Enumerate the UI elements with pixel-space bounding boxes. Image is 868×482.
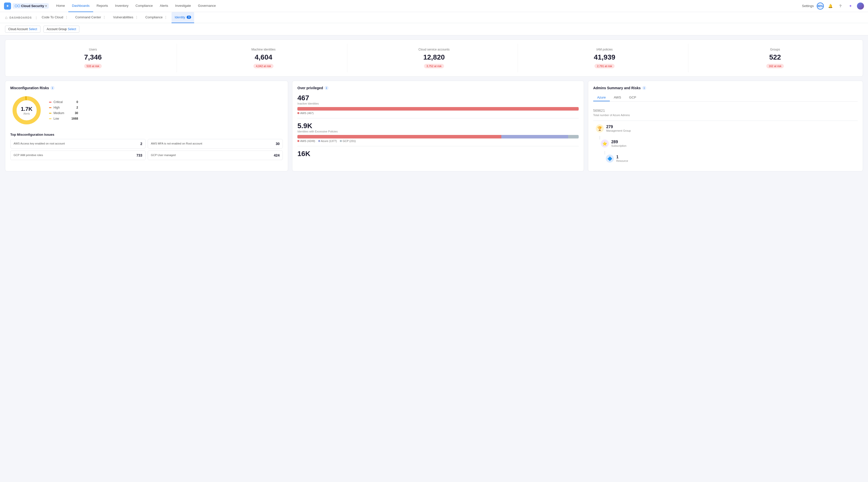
subscription-icon: ⭐ <box>601 140 609 148</box>
tree-subscription[interactable]: ⭐ 289 Subscription <box>601 140 858 148</box>
dashboard-label: DASHBOARDS <box>9 16 32 19</box>
management-group-value: 279 <box>606 125 631 129</box>
nav-compliance[interactable]: Compliance <box>132 0 156 12</box>
divider: | <box>36 16 37 19</box>
iam-value: 41,939 <box>594 53 615 61</box>
stat-card-groups[interactable]: Groups 522 162 at risk <box>691 44 859 72</box>
tab-menu-icon[interactable]: ⋮ <box>135 15 138 19</box>
cloud-account-select[interactable]: Select <box>29 27 37 31</box>
legend-high: High 2 <box>49 106 78 109</box>
tab-compliance[interactable]: Compliance ⋮ <box>143 12 171 23</box>
legend-critical: Critical 0 <box>49 100 78 104</box>
notifications-icon[interactable]: 🔔 <box>827 2 834 9</box>
tree-management-group[interactable]: 🏆 279 Management Group <box>596 124 858 132</box>
top-navigation: ✦ ⬡⬡ Cloud Security ▾ Home Dashboards Re… <box>0 0 868 12</box>
tab-menu-icon[interactable]: ⋮ <box>102 15 106 19</box>
inactive-identities-section: 467 Inactive Identities AWS (467) <box>298 94 579 115</box>
issue-1[interactable]: AWS MFA is not enabled on Root account 3… <box>148 139 283 149</box>
bottom-stat-section: 16K <box>298 150 579 158</box>
bottom-panels: Misconfiguration Risks i <box>5 81 863 171</box>
stat-card-cloud-service[interactable]: Cloud service accounts 12,820 3,752 at r… <box>350 44 518 72</box>
issue-0-count: 2 <box>135 142 143 146</box>
legend-medium: Medium 30 <box>49 111 78 115</box>
tab-vulnerabilities[interactable]: Vulnerabilities ⋮ <box>110 12 141 23</box>
groups-value: 522 <box>769 53 781 61</box>
app-logo[interactable]: ✦ ⬡⬡ Cloud Security ▾ <box>4 2 49 9</box>
excessive-bar-legend: AWS (4249) Azure (1377) GCP (231) <box>298 140 579 143</box>
stat-card-iam[interactable]: IAM policies 41,939 2,791 at risk <box>521 44 688 72</box>
issue-3[interactable]: GCP User managed 424 <box>148 151 283 160</box>
excessive-policies-section: 5.9K Identities with Excessive Policies … <box>298 122 579 143</box>
users-label: Users <box>89 48 97 51</box>
resource-icon: 🔷 <box>606 155 614 162</box>
percentage-icon[interactable]: 80% <box>817 2 824 9</box>
admin-total-stat: 569621 Total number of Azure Admins <box>593 106 858 117</box>
product-name: ⬡⬡ Cloud Security ▾ <box>12 3 49 8</box>
admin-tab-gcp[interactable]: GCP <box>625 94 640 101</box>
subscription-value: 289 <box>611 140 627 144</box>
nav-governance[interactable]: Governance <box>194 0 219 12</box>
misconfig-info-icon[interactable]: i <box>51 86 55 90</box>
issue-3-text: GCP User managed <box>151 153 270 157</box>
tab-menu-icon[interactable]: ⋮ <box>164 15 167 19</box>
account-group-filter[interactable]: Account Group Select <box>43 26 80 33</box>
excessive-label: Identities with Excessive Policies <box>298 130 579 133</box>
user-avatar[interactable] <box>857 2 864 9</box>
filter-bar: Cloud Account Select Account Group Selec… <box>0 23 868 35</box>
admin-tab-aws[interactable]: AWS <box>610 94 625 101</box>
management-group-label: Management Group <box>606 129 631 132</box>
iam-label: IAM policies <box>596 48 613 51</box>
machine-label: Machine identities <box>251 48 276 51</box>
ai-icon[interactable]: ✦ <box>847 2 854 9</box>
bottom-value: 16K <box>298 150 579 158</box>
iam-risk: 2,791 at risk <box>594 64 615 68</box>
issue-0[interactable]: AWS Access key enabled on root account 2 <box>10 139 146 149</box>
account-group-select[interactable]: Select <box>68 27 76 31</box>
help-icon[interactable]: ? <box>837 2 844 9</box>
excessive-value: 5.9K <box>298 122 579 130</box>
over-priv-info-icon[interactable]: i <box>324 86 329 90</box>
identity-badge: 3 <box>187 16 191 19</box>
settings-link[interactable]: Settings <box>802 4 814 8</box>
nav-investigate[interactable]: Investigate <box>172 0 194 12</box>
tree-connector-1 <box>599 136 600 140</box>
donut-section: 1.7K Alerts Critical 0 High 2 <box>10 94 283 127</box>
nav-dashboards[interactable]: Dashboards <box>68 0 93 12</box>
misconfig-panel: Misconfiguration Risks i <box>5 81 288 171</box>
donut-chart: 1.7K Alerts <box>10 94 43 127</box>
issue-3-count: 424 <box>272 153 280 157</box>
over-priv-title: Over privileged i <box>298 86 579 90</box>
nav-home[interactable]: Home <box>53 0 68 12</box>
management-group-icon: 🏆 <box>596 124 604 132</box>
topnav-right: Settings 80% 🔔 ? ✦ <box>802 2 864 9</box>
tree-resource[interactable]: 🔷 1 Resource <box>606 155 858 162</box>
admin-tab-azure[interactable]: Azure <box>593 94 610 101</box>
low-dot <box>49 118 52 119</box>
cloud-account-filter[interactable]: Cloud Account Select <box>5 26 40 33</box>
stat-cards-row: Users 7,346 533 at risk Machine identiti… <box>5 39 863 77</box>
excessive-bar-azure <box>501 135 568 139</box>
nav-inventory[interactable]: Inventory <box>112 0 132 12</box>
cloud-service-label: Cloud service accounts <box>418 48 450 51</box>
nav-reports[interactable]: Reports <box>93 0 112 12</box>
donut-value: 1.7K <box>21 106 32 112</box>
cloud-account-label: Cloud Account <box>8 27 28 31</box>
resource-value: 1 <box>616 155 628 159</box>
admins-info-icon[interactable]: i <box>642 86 646 90</box>
nav-alerts[interactable]: Alerts <box>156 0 172 12</box>
admins-title: Admins Summary and Risks i <box>593 86 858 90</box>
stat-card-machine[interactable]: Machine identities 4,604 4,042 at risk <box>180 44 347 72</box>
tab-menu-icon[interactable]: ⋮ <box>65 15 68 19</box>
tab-command-center[interactable]: Command Center ⋮ <box>72 12 109 23</box>
dash-home-icon[interactable]: ⌂ <box>5 15 7 20</box>
tab-identity[interactable]: Identity 3 <box>172 12 194 23</box>
inactive-bar-container: AWS (467) <box>298 107 579 115</box>
inactive-value: 467 <box>298 94 579 102</box>
issue-2[interactable]: GCP IAM primitive roles 733 <box>10 151 146 160</box>
tree-connector-2 <box>604 151 605 155</box>
high-dot <box>49 107 52 108</box>
tab-code-to-cloud[interactable]: Code To Cloud ⋮ <box>39 12 71 23</box>
nav-links: Home Dashboards Reports Inventory Compli… <box>53 0 800 12</box>
stat-card-users[interactable]: Users 7,346 533 at risk <box>9 44 177 72</box>
excessive-bar-gcp <box>568 135 579 139</box>
